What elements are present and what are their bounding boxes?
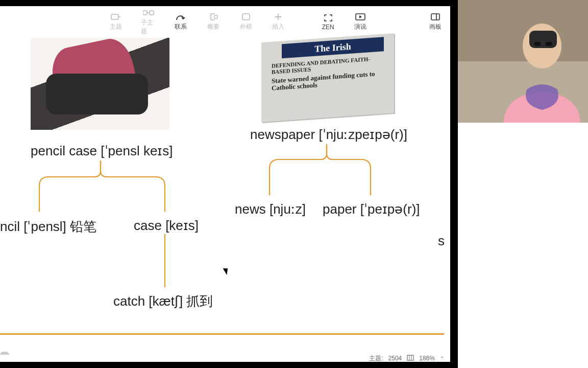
svg-rect-2	[150, 11, 154, 15]
svg-rect-1	[143, 11, 147, 15]
tool-insert[interactable]: 插入	[271, 13, 286, 31]
divider-line	[0, 333, 444, 335]
connectors	[0, 38, 449, 344]
plus-icon	[274, 13, 282, 21]
tool-label: ZEN	[322, 24, 334, 31]
app-stage: 主题 子主题 联系 概要	[0, 0, 458, 368]
tool-summary[interactable]: 概要	[206, 13, 221, 31]
svg-rect-13	[546, 42, 552, 46]
tool-label: 外框	[240, 22, 252, 31]
status-zoom[interactable]: 186%	[419, 355, 435, 362]
document-viewport: 主题 子主题 联系 概要	[0, 6, 450, 362]
tool-label: 演说	[354, 22, 366, 31]
svg-rect-3	[214, 15, 217, 18]
tool-relation[interactable]: 联系	[174, 13, 189, 31]
mouse-cursor	[225, 267, 231, 275]
webcam-feed	[458, 0, 588, 123]
status-topics-count: 2504	[388, 355, 402, 362]
topic-icon	[111, 13, 121, 21]
svg-rect-4	[242, 14, 250, 20]
tool-label: 概要	[207, 22, 219, 31]
svg-rect-12	[534, 42, 541, 46]
tool-zen[interactable]: ZEN	[321, 14, 336, 31]
tool-label: 插入	[272, 22, 284, 31]
play-icon	[355, 13, 365, 21]
svg-rect-0	[111, 14, 118, 19]
subtopic-icon	[143, 9, 154, 17]
tool-label: 子主题	[141, 18, 156, 36]
tool-subtopic[interactable]: 子主题	[141, 9, 156, 36]
summary-icon	[209, 13, 218, 21]
boundary-icon	[241, 13, 251, 21]
svg-rect-7	[407, 355, 413, 360]
tool-boundary[interactable]: 外框	[238, 13, 254, 31]
svg-rect-9	[458, 0, 588, 61]
tool-canvas[interactable]: 画板	[428, 13, 443, 31]
relation-icon	[176, 13, 186, 21]
status-topics-label: 主题:	[369, 354, 383, 363]
side-panel	[458, 0, 588, 368]
panel-icon	[431, 13, 440, 21]
mindmap-canvas[interactable]: The Irish DEFENDING AND DEBATING FAITH-B…	[0, 38, 450, 362]
map-icon[interactable]	[407, 355, 414, 362]
tool-label: 联系	[175, 22, 187, 31]
svg-rect-6	[431, 14, 439, 20]
chevron-up-icon[interactable]: ⌃	[440, 356, 444, 361]
tool-topic[interactable]: 主题	[108, 13, 124, 31]
status-bar: 主题: 2504 186% ⌃	[0, 355, 450, 362]
svg-rect-11	[529, 31, 557, 48]
tool-label: 画板	[429, 22, 442, 31]
tool-label: 主题	[110, 22, 122, 31]
toolbar: 主题 子主题 联系 概要	[0, 6, 450, 38]
fullscreen-icon	[324, 14, 333, 22]
tool-present[interactable]: 演说	[353, 13, 369, 31]
